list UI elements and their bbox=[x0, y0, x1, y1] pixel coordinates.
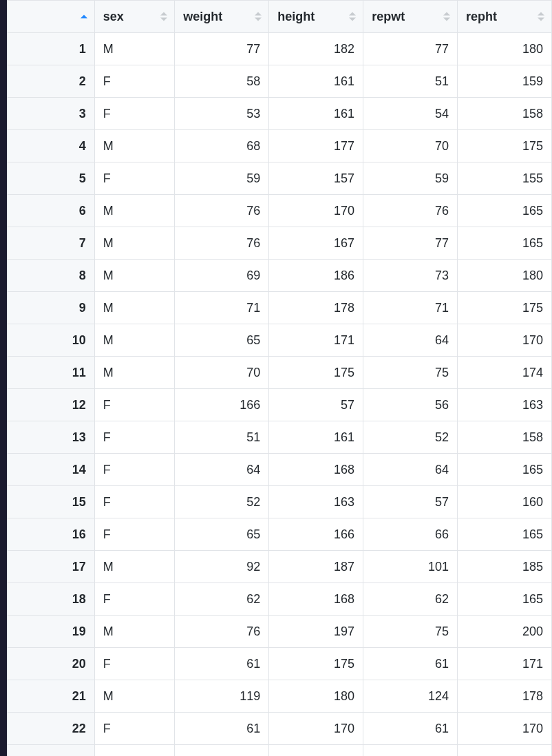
cell-weight[interactable]: 92 bbox=[175, 551, 269, 583]
row-index-cell[interactable]: 10 bbox=[8, 324, 95, 357]
cell-repht[interactable]: 165 bbox=[458, 518, 552, 551]
cell-sex[interactable]: F bbox=[94, 518, 175, 551]
cell-repwt[interactable]: 64 bbox=[363, 324, 458, 357]
cell-height[interactable]: 175 bbox=[269, 357, 363, 389]
cell-sex[interactable]: M bbox=[94, 33, 175, 65]
cell-sex[interactable]: M bbox=[94, 130, 175, 162]
cell-repht[interactable]: 160 bbox=[458, 486, 552, 518]
cell-repht[interactable]: 180 bbox=[458, 260, 552, 292]
cell-repht[interactable]: 158 bbox=[458, 421, 552, 454]
cell-height[interactable]: 171 bbox=[269, 324, 363, 357]
row-index-cell[interactable]: 12 bbox=[8, 389, 95, 421]
table-row[interactable]: 21M119180124178 bbox=[8, 680, 552, 713]
cell-height[interactable]: 197 bbox=[269, 616, 363, 648]
table-row[interactable]: 1M7718277180 bbox=[8, 33, 552, 65]
table-row[interactable]: 22F6117061170 bbox=[8, 713, 552, 745]
cell-repwt[interactable]: 62 bbox=[363, 583, 458, 616]
cell-repwt[interactable]: 124 bbox=[363, 680, 458, 713]
cell-repwt[interactable]: 101 bbox=[363, 551, 458, 583]
cell-repwt[interactable]: 75 bbox=[363, 357, 458, 389]
row-index-cell[interactable]: 18 bbox=[8, 583, 95, 616]
cell-sex[interactable]: F bbox=[94, 389, 175, 421]
row-index-cell[interactable]: 5 bbox=[8, 162, 95, 195]
row-index-cell[interactable]: 7 bbox=[8, 227, 95, 260]
cell-repwt[interactable]: 52 bbox=[363, 421, 458, 454]
row-index-cell[interactable]: 17 bbox=[8, 551, 95, 583]
cell-repwt[interactable]: 56 bbox=[363, 389, 458, 421]
table-row[interactable]: 13F5116152158 bbox=[8, 421, 552, 454]
cell-sex[interactable]: F bbox=[94, 421, 175, 454]
table-row[interactable]: 9M7117871175 bbox=[8, 292, 552, 324]
cell-repwt[interactable]: 66 bbox=[363, 518, 458, 551]
cell-sex[interactable]: F bbox=[94, 98, 175, 130]
cell-weight[interactable]: 166 bbox=[175, 389, 269, 421]
cell-repht[interactable]: 200 bbox=[458, 616, 552, 648]
row-index-cell[interactable]: 14 bbox=[8, 454, 95, 486]
cell-weight[interactable]: 76 bbox=[175, 195, 269, 227]
row-index-cell[interactable]: 19 bbox=[8, 616, 95, 648]
table-row[interactable]: 23M6517566173 bbox=[8, 745, 552, 757]
table-row[interactable]: 14F6416864165 bbox=[8, 454, 552, 486]
cell-repwt[interactable]: 70 bbox=[363, 130, 458, 162]
cell-repht[interactable]: 175 bbox=[458, 292, 552, 324]
cell-height[interactable]: 161 bbox=[269, 98, 363, 130]
cell-height[interactable]: 177 bbox=[269, 130, 363, 162]
cell-height[interactable]: 161 bbox=[269, 65, 363, 98]
cell-height[interactable]: 186 bbox=[269, 260, 363, 292]
cell-repwt[interactable]: 75 bbox=[363, 616, 458, 648]
column-header-repht[interactable]: repht bbox=[458, 1, 552, 33]
cell-repwt[interactable]: 73 bbox=[363, 260, 458, 292]
cell-weight[interactable]: 65 bbox=[175, 324, 269, 357]
cell-repwt[interactable]: 59 bbox=[363, 162, 458, 195]
row-index-cell[interactable]: 3 bbox=[8, 98, 95, 130]
cell-weight[interactable]: 53 bbox=[175, 98, 269, 130]
cell-weight[interactable]: 71 bbox=[175, 292, 269, 324]
cell-repht[interactable]: 158 bbox=[458, 98, 552, 130]
cell-height[interactable]: 178 bbox=[269, 292, 363, 324]
cell-weight[interactable]: 68 bbox=[175, 130, 269, 162]
table-row[interactable]: 3F5316154158 bbox=[8, 98, 552, 130]
row-index-cell[interactable]: 2 bbox=[8, 65, 95, 98]
cell-height[interactable]: 180 bbox=[269, 680, 363, 713]
cell-repht[interactable]: 165 bbox=[458, 583, 552, 616]
cell-height[interactable]: 167 bbox=[269, 227, 363, 260]
cell-repwt[interactable]: 77 bbox=[363, 33, 458, 65]
cell-sex[interactable]: M bbox=[94, 357, 175, 389]
cell-sex[interactable]: F bbox=[94, 162, 175, 195]
cell-repwt[interactable]: 61 bbox=[363, 713, 458, 745]
cell-sex[interactable]: F bbox=[94, 583, 175, 616]
table-row[interactable]: 5F5915759155 bbox=[8, 162, 552, 195]
cell-repwt[interactable]: 66 bbox=[363, 745, 458, 757]
cell-height[interactable]: 168 bbox=[269, 583, 363, 616]
cell-weight[interactable]: 76 bbox=[175, 227, 269, 260]
row-index-cell[interactable]: 23 bbox=[8, 745, 95, 757]
cell-repht[interactable]: 170 bbox=[458, 713, 552, 745]
table-row[interactable]: 10M6517164170 bbox=[8, 324, 552, 357]
cell-repht[interactable]: 163 bbox=[458, 389, 552, 421]
column-header-weight[interactable]: weight bbox=[175, 1, 269, 33]
cell-sex[interactable]: M bbox=[94, 551, 175, 583]
cell-repwt[interactable]: 54 bbox=[363, 98, 458, 130]
cell-weight[interactable]: 70 bbox=[175, 357, 269, 389]
row-index-cell[interactable]: 9 bbox=[8, 292, 95, 324]
table-row[interactable]: 19M7619775200 bbox=[8, 616, 552, 648]
cell-sex[interactable]: M bbox=[94, 227, 175, 260]
cell-repwt[interactable]: 76 bbox=[363, 195, 458, 227]
cell-sex[interactable]: M bbox=[94, 680, 175, 713]
cell-sex[interactable]: M bbox=[94, 292, 175, 324]
cell-repht[interactable]: 159 bbox=[458, 65, 552, 98]
cell-weight[interactable]: 69 bbox=[175, 260, 269, 292]
cell-height[interactable]: 187 bbox=[269, 551, 363, 583]
cell-weight[interactable]: 62 bbox=[175, 583, 269, 616]
cell-repwt[interactable]: 71 bbox=[363, 292, 458, 324]
cell-weight[interactable]: 52 bbox=[175, 486, 269, 518]
cell-sex[interactable]: M bbox=[94, 745, 175, 757]
cell-weight[interactable]: 64 bbox=[175, 454, 269, 486]
table-row[interactable]: 16F6516666165 bbox=[8, 518, 552, 551]
table-row[interactable]: 7M7616777165 bbox=[8, 227, 552, 260]
row-index-cell[interactable]: 22 bbox=[8, 713, 95, 745]
table-row[interactable]: 8M6918673180 bbox=[8, 260, 552, 292]
cell-sex[interactable]: F bbox=[94, 65, 175, 98]
cell-height[interactable]: 57 bbox=[269, 389, 363, 421]
cell-weight[interactable]: 65 bbox=[175, 518, 269, 551]
